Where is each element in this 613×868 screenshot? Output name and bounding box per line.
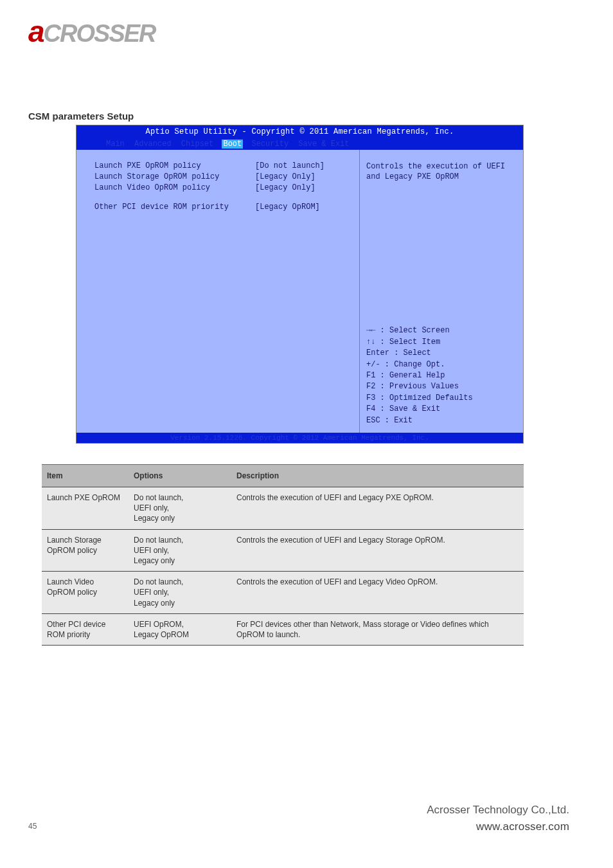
cell-item: Launch Video OpROM policy [42, 572, 129, 614]
table-row: Launch PXE OpROM Do not launch, UEFI onl… [42, 487, 524, 530]
tab-boot[interactable]: Boot [222, 140, 243, 149]
cell-options: Do not launch, UEFI only, Legacy only [129, 529, 231, 572]
bios-body: Launch PXE OpROM policy [Do not launch] … [76, 150, 523, 433]
page-number: 45 [28, 822, 37, 831]
table-row: Other PCI device ROM priority UEFI OpROM… [42, 613, 524, 645]
tab-save-exit[interactable]: Save & Exit [297, 140, 350, 149]
legend-line: F3 : Optimized Defaults [366, 393, 518, 404]
logo-rest: CROSSER [44, 20, 155, 47]
bios-footer: Version 2.15.1226. Copyright © 2012 Amer… [76, 433, 523, 443]
col-header-item: Item [42, 465, 129, 487]
legend-line: Enter : Select [366, 348, 518, 359]
bios-help-pane: Controls the execution of UEFI and Legac… [359, 150, 523, 433]
setting-value: [Do not launch] [255, 161, 324, 170]
setting-row[interactable]: Launch PXE OpROM policy [Do not launch] [94, 161, 353, 170]
bios-screenshot: Aptio Setup Utility - Copyright © 2011 A… [76, 125, 524, 444]
settings-table: Item Options Description Launch PXE OpRO… [42, 464, 524, 646]
legend-line: +/- : Change Opt. [366, 359, 518, 370]
company-name: Acrosser Technology Co.,Ltd. [427, 804, 569, 817]
bios-titlebar: Aptio Setup Utility - Copyright © 2011 A… [76, 125, 523, 138]
setting-value: [Legacy Only] [255, 172, 315, 181]
setting-label: Launch Video OpROM policy [94, 183, 255, 192]
tab-security[interactable]: Security [250, 140, 290, 149]
setting-value: [Legacy Only] [255, 183, 315, 192]
legend-line: →← : Select Screen [366, 325, 518, 336]
cell-desc: Controls the execution of UEFI and Legac… [231, 529, 524, 572]
setting-row[interactable]: Launch Storage OpROM policy [Legacy Only… [94, 172, 353, 181]
logo-first-letter: a [28, 15, 44, 48]
bios-settings-pane: Launch PXE OpROM policy [Do not launch] … [76, 150, 359, 433]
col-header-description: Description [231, 465, 524, 487]
cell-item: Launch PXE OpROM [42, 487, 129, 530]
page-footer: Acrosser Technology Co.,Ltd. www.acrosse… [427, 804, 569, 833]
cell-item: Other PCI device ROM priority [42, 613, 129, 645]
bios-menubar: Main Advanced Chipset Boot Security Save… [76, 138, 523, 150]
table-row: Launch Video OpROM policy Do not launch,… [42, 572, 524, 614]
help-text: Controls the execution of UEFI and Legac… [366, 161, 518, 182]
setting-label: Launch PXE OpROM policy [94, 161, 255, 170]
cell-desc: Controls the execution of UEFI and Legac… [231, 487, 524, 530]
tab-main[interactable]: Main [105, 140, 126, 149]
cell-options: UEFI OpROM, Legacy OpROM [129, 613, 231, 645]
company-url: www.acrosser.com [427, 820, 569, 833]
setting-label: Other PCI device ROM priority [94, 203, 255, 212]
legend-line: ESC : Exit [366, 415, 518, 426]
tab-advanced[interactable]: Advanced [133, 140, 173, 149]
setting-row[interactable]: Other PCI device ROM priority [Legacy Op… [94, 203, 353, 212]
key-legend: →← : Select Screen ↑↓ : Select Item Ente… [366, 325, 518, 426]
legend-line: ↑↓ : Select Item [366, 337, 518, 348]
legend-line: F2 : Previous Values [366, 381, 518, 392]
table-row: Launch Storage OpROM policy Do not launc… [42, 529, 524, 572]
legend-line: F4 : Save & Exit [366, 404, 518, 415]
table-header-row: Item Options Description [42, 465, 524, 487]
cell-item: Launch Storage OpROM policy [42, 529, 129, 572]
brand-logo: aCROSSER [28, 14, 155, 49]
col-header-options: Options [129, 465, 231, 487]
setting-row[interactable]: Launch Video OpROM policy [Legacy Only] [94, 183, 353, 192]
cell-options: Do not launch, UEFI only, Legacy only [129, 487, 231, 530]
cell-options: Do not launch, UEFI only, Legacy only [129, 572, 231, 614]
cell-desc: For PCI devices other than Network, Mass… [231, 613, 524, 645]
tab-chipset[interactable]: Chipset [180, 140, 215, 149]
section-title: CSM parameters Setup [28, 111, 134, 122]
cell-desc: Controls the execution of UEFI and Legac… [231, 572, 524, 614]
setting-value: [Legacy OpROM] [255, 203, 320, 212]
setting-label: Launch Storage OpROM policy [94, 172, 255, 181]
legend-line: F1 : General Help [366, 370, 518, 381]
